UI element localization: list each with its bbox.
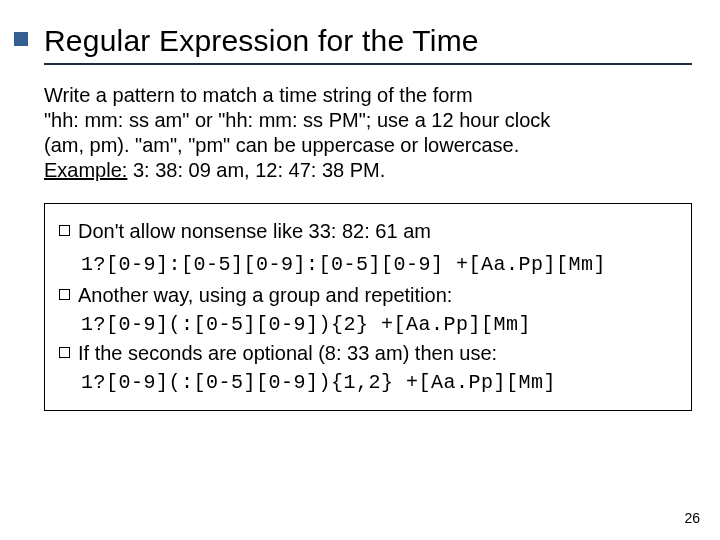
slide: Regular Expression for the Time Write a …	[0, 0, 720, 540]
bullet-2-text: Another way, using a group and repetitio…	[78, 282, 677, 308]
intro-line-1: Write a pattern to match a time string o…	[44, 83, 692, 108]
bullet-square-icon	[59, 289, 70, 300]
content-box: Don't allow nonsense like 33: 82: 61 am …	[44, 203, 692, 411]
title-underline	[44, 63, 692, 65]
code-line-3: 1?[0-9](:[0-5][0-9]){1,2} +[Aa.Pp][Mm]	[81, 370, 677, 396]
example-label: Example:	[44, 159, 127, 181]
example-text: 3: 38: 09 am, 12: 47: 38 PM.	[127, 159, 385, 181]
code-line-2: 1?[0-9](:[0-5][0-9]){2} +[Aa.Pp][Mm]	[81, 312, 677, 338]
bullet-square-icon	[59, 225, 70, 236]
intro-line-3: (am, pm). "am", "pm" can be uppercase or…	[44, 133, 692, 158]
intro-line-2: "hh: mm: ss am" or "hh: mm: ss PM"; use …	[44, 108, 692, 133]
slide-title: Regular Expression for the Time	[44, 24, 692, 57]
bullet-square-icon	[59, 347, 70, 358]
bullet-2: Another way, using a group and repetitio…	[59, 282, 677, 308]
bullet-1-text: Don't allow nonsense like 33: 82: 61 am	[78, 218, 677, 244]
bullet-1: Don't allow nonsense like 33: 82: 61 am	[59, 218, 677, 244]
code-line-1: 1?[0-9]:[0-5][0-9]:[0-5][0-9] +[Aa.Pp][M…	[81, 252, 677, 278]
intro-example: Example: 3: 38: 09 am, 12: 47: 38 PM.	[44, 158, 692, 183]
intro-text: Write a pattern to match a time string o…	[44, 83, 692, 183]
accent-square-icon	[14, 32, 28, 46]
bullet-3: If the seconds are optional (8: 33 am) t…	[59, 340, 677, 366]
page-number: 26	[684, 510, 700, 526]
title-block: Regular Expression for the Time	[44, 24, 692, 65]
bullet-3-text: If the seconds are optional (8: 33 am) t…	[78, 340, 677, 366]
